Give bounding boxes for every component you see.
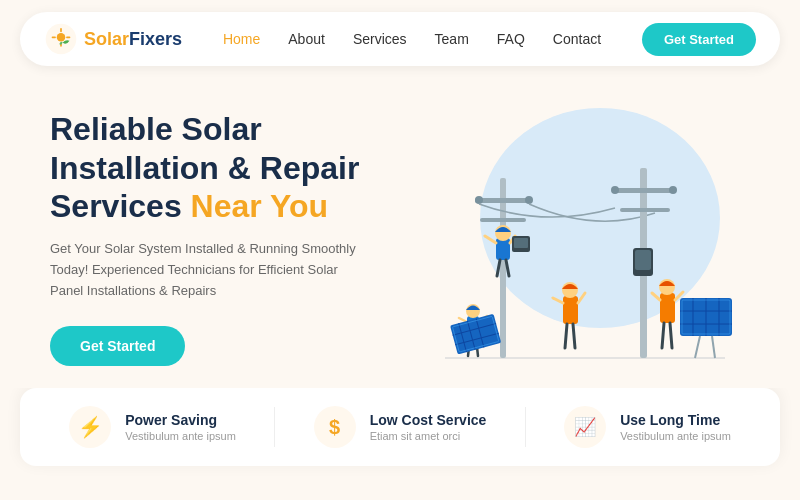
feature-item-cost: $ Low Cost Service Etiam sit amet orci (314, 406, 487, 448)
svg-point-1 (57, 33, 66, 42)
long-time-icon: 📈 (564, 406, 606, 448)
nav-links: Home About Services Team FAQ Contact (223, 30, 601, 48)
svg-rect-25 (563, 296, 578, 324)
logo-text: SolarFixers (84, 29, 182, 50)
nav-item-team[interactable]: Team (435, 30, 469, 48)
svg-line-22 (506, 260, 509, 276)
nav-link-team[interactable]: Team (435, 31, 469, 47)
svg-line-42 (670, 323, 672, 348)
svg-line-39 (652, 293, 660, 300)
svg-rect-9 (480, 218, 526, 222)
hero-title-line1: Reliable Solar (50, 111, 262, 147)
nav-link-about[interactable]: About (288, 31, 325, 47)
nav-item-contact[interactable]: Contact (553, 30, 601, 48)
nav-item-services[interactable]: Services (353, 30, 407, 48)
feature-title-longterm: Use Long Time (620, 412, 731, 428)
svg-line-58 (712, 336, 715, 358)
nav-link-contact[interactable]: Contact (553, 31, 601, 47)
svg-line-41 (662, 323, 664, 348)
low-cost-icon: $ (314, 406, 356, 448)
svg-rect-13 (615, 188, 675, 193)
hero-title: Reliable Solar Installation & Repair Ser… (50, 110, 400, 225)
nav-cta-button[interactable]: Get Started (642, 23, 756, 56)
logo-icon (44, 22, 78, 56)
power-saving-icon: ⚡ (69, 406, 111, 448)
svg-line-28 (578, 293, 585, 303)
navbar: SolarFixers Home About Services Team FAQ… (20, 12, 780, 66)
nav-item-home[interactable]: Home (223, 30, 260, 48)
svg-rect-8 (475, 198, 531, 203)
svg-point-11 (525, 196, 533, 204)
solar-workers-illustration (415, 118, 735, 378)
hero-title-line3: Services (50, 188, 182, 224)
feature-title-cost: Low Cost Service (370, 412, 487, 428)
svg-rect-24 (514, 238, 528, 248)
nav-link-home[interactable]: Home (223, 31, 260, 47)
feature-text-cost: Low Cost Service Etiam sit amet orci (370, 412, 487, 442)
hero-content: Reliable Solar Installation & Repair Ser… (50, 110, 400, 366)
svg-rect-7 (500, 178, 506, 358)
logo: SolarFixers (44, 22, 182, 56)
feature-title-power: Power Saving (125, 412, 236, 428)
svg-rect-60 (635, 250, 651, 270)
nav-link-services[interactable]: Services (353, 31, 407, 47)
svg-rect-17 (496, 238, 510, 260)
hero-title-highlight: Near You (191, 188, 329, 224)
feature-text-power: Power Saving Vestibulum ante ipsum (125, 412, 236, 442)
feature-sub-cost: Etiam sit amet orci (370, 430, 487, 442)
svg-point-16 (669, 186, 677, 194)
svg-line-30 (573, 324, 575, 348)
hero-cta-button[interactable]: Get Started (50, 326, 185, 366)
features-strip: ⚡ Power Saving Vestibulum ante ipsum $ L… (20, 388, 780, 466)
svg-line-29 (565, 324, 567, 348)
hero-illustration (400, 98, 750, 378)
feature-sub-longterm: Vestibulum ante ipsum (620, 430, 731, 442)
svg-point-15 (611, 186, 619, 194)
svg-line-27 (553, 298, 563, 303)
svg-point-10 (475, 196, 483, 204)
feature-sub-power: Vestibulum ante ipsum (125, 430, 236, 442)
hero-title-line2: Installation & Repair (50, 150, 359, 186)
hero-section: Reliable Solar Installation & Repair Ser… (0, 78, 800, 388)
nav-item-faq[interactable]: FAQ (497, 30, 525, 48)
feature-divider-1 (274, 407, 275, 447)
svg-rect-37 (660, 293, 675, 323)
svg-rect-14 (620, 208, 670, 212)
svg-line-19 (485, 236, 496, 243)
feature-divider-2 (525, 407, 526, 447)
svg-line-57 (695, 336, 700, 358)
hero-description: Get Your Solar System Installed & Runnin… (50, 239, 360, 301)
nav-item-about[interactable]: About (288, 30, 325, 48)
svg-line-21 (497, 260, 500, 276)
feature-item-longterm: 📈 Use Long Time Vestibulum ante ipsum (564, 406, 731, 448)
nav-link-faq[interactable]: FAQ (497, 31, 525, 47)
feature-item-power: ⚡ Power Saving Vestibulum ante ipsum (69, 406, 236, 448)
feature-text-longterm: Use Long Time Vestibulum ante ipsum (620, 412, 731, 442)
